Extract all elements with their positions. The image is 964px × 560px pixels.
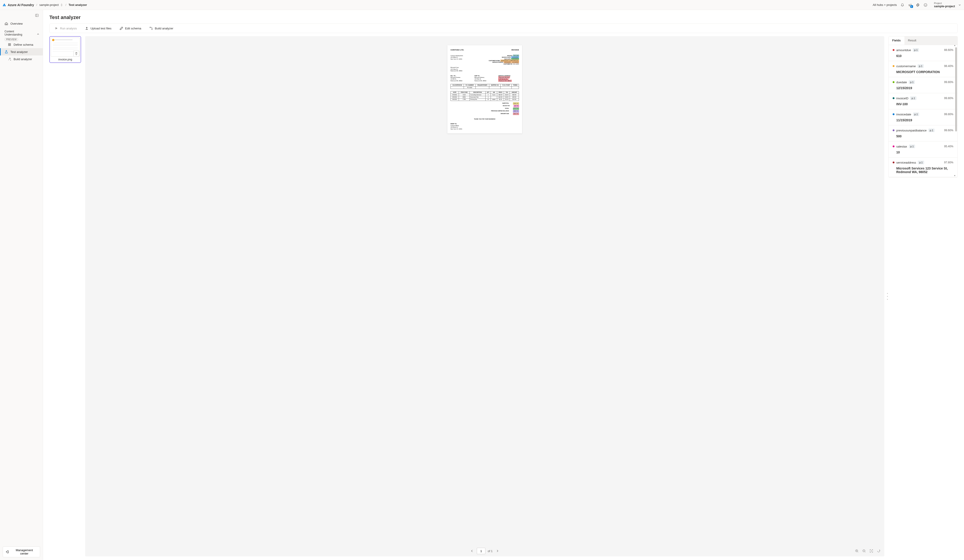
sidebar-item-build-analyzer[interactable]: Build analyzer [0,55,43,63]
zoom-in-button[interactable] [854,549,859,554]
field-confidence: 95.40% [944,145,953,148]
field-item[interactable]: invoicedate p.1 99.80% 11/15/2019 [889,109,957,125]
section-title: Content [0,27,26,33]
field-name: invoiceID [896,97,908,100]
field-item[interactable]: previousunpaidbalance p.1 99.60% 500 [889,125,957,141]
fit-button[interactable] [869,549,874,554]
field-color-dot [892,49,894,51]
sidebar-item-define-schema[interactable]: Define schema [0,41,43,48]
field-confidence: 99.80% [944,97,953,100]
scroll-down-arrow[interactable]: ▾ [954,174,956,177]
chevron-right-icon [496,549,499,552]
brand[interactable]: Azure AI Foundry [3,3,34,7]
beaker-icon [5,50,8,54]
rotate-icon [877,549,881,553]
field-confidence: 99.80% [944,81,953,84]
announcements-button[interactable]: 1 [908,3,912,7]
thumbnail-item[interactable]: invoice.png [49,36,81,63]
field-item[interactable]: serviceaddress p.1 97.80% Microsoft Serv… [889,157,957,177]
thumbnail-status-dot [52,39,54,41]
breadcrumb-project[interactable]: sample-project [39,3,63,6]
document-canvas[interactable]: CONTOSO LTD. INVOICE Contoso Headquarter… [85,36,884,545]
thumbnail-delete-button[interactable] [73,51,79,57]
schema-icon [8,43,11,46]
results-panel: Fields Result amountdue p.1 88.60% 610 c… [888,36,957,177]
run-analysis-button: Run analysis [53,26,78,31]
field-confidence: 98.40% [944,65,953,68]
home-icon [5,22,8,25]
field-name: serviceaddress [896,161,916,164]
field-color-dot [892,114,894,115]
notifications-button[interactable] [900,3,905,7]
collapse-sidebar-button[interactable] [35,13,39,18]
field-page-badge: p.1 [910,96,916,100]
breadcrumb-page: Test analyzer [68,3,87,6]
field-value: 10 [896,151,953,154]
field-item[interactable]: salestax p.1 95.40% 10 [889,141,957,157]
field-confidence: 99.80% [944,113,953,116]
breadcrumb-separator: / [65,3,66,6]
field-item[interactable]: invoiceID p.1 99.80% INV-100 [889,93,957,109]
all-hubs-link[interactable]: All hubs + projects [873,3,897,6]
exit-icon [6,550,9,554]
resize-handle[interactable] [887,293,888,300]
toolbar: Run analysis Upload test files Edit sche… [49,24,957,33]
field-page-badge: p.1 [909,144,915,148]
next-page-button[interactable] [495,549,500,554]
page-number-input[interactable] [477,548,485,554]
svg-point-1 [925,4,925,5]
build-analyzer-button[interactable]: Build analyzer [148,26,175,31]
section-subtitle: Understanding [0,33,26,37]
field-list[interactable]: amountdue p.1 88.60% 610 customername p.… [889,45,957,177]
upload-icon [85,26,89,30]
svg-rect-3 [36,14,39,17]
sidebar-item-label: Define schema [14,43,33,46]
chevron-up-icon [36,32,40,36]
zoom-out-button[interactable] [861,549,866,554]
sidebar-section-content-understanding[interactable]: Content Understanding PREVIEW [0,27,43,41]
sidebar-item-overview[interactable]: Overview [0,20,43,27]
rotate-button[interactable] [876,549,881,554]
invoice-document: CONTOSO LTD. INVOICE Contoso Headquarter… [447,45,522,133]
field-name: invoicedate [896,113,911,116]
field-confidence: 99.60% [944,129,953,132]
svg-point-4 [150,27,151,28]
main-content: Test analyzer Run analysis Upload test f… [43,10,964,560]
field-value: 12/15/2019 [896,86,953,90]
tab-fields[interactable]: Fields [889,36,904,45]
sidebar-item-test-analyzer[interactable]: Test analyzer [0,48,43,55]
announcements-badge: 1 [910,5,913,8]
field-page-badge: p.1 [928,128,935,132]
edit-schema-button[interactable]: Edit schema [118,26,143,31]
field-value: 500 [896,135,953,138]
sidebar-item-label: Build analyzer [14,57,32,61]
field-color-dot [892,97,894,99]
build-icon [8,57,11,61]
project-switcher[interactable]: Project sample-project [931,2,961,8]
top-bar: Azure AI Foundry / sample-project / Test… [0,0,964,10]
feedback-button[interactable] [923,3,928,7]
scrollbar-track[interactable]: ▴ ▾ [955,45,957,176]
build-analyzer-label: Build analyzer [155,27,173,30]
field-item[interactable]: amountdue p.1 88.60% 610 [889,45,957,61]
field-color-dot [892,65,894,67]
field-value: INV-100 [896,102,953,106]
management-center-button[interactable]: Management center [3,546,40,557]
field-name: customername [896,65,916,68]
svg-point-0 [924,3,927,6]
field-item[interactable]: duedate p.1 99.80% 12/15/2019 [889,77,957,93]
prev-page-button[interactable] [469,549,474,554]
settings-button[interactable] [915,3,920,7]
bell-icon [900,3,904,7]
field-value: MICROSOFT CORPORATION [896,70,953,74]
scrollbar-thumb[interactable] [955,47,957,131]
chevron-updown-icon [60,3,63,6]
field-page-badge: p.1 [909,80,915,84]
upload-test-files-button[interactable]: Upload test files [83,26,113,31]
tab-result[interactable]: Result [904,36,920,45]
field-item[interactable]: customername p.1 98.40% MICROSOFT CORPOR… [889,61,957,77]
page-total-label: of 1 [488,549,493,553]
scroll-up-arrow[interactable]: ▴ [954,44,956,46]
run-analysis-label: Run analysis [60,27,77,30]
edit-schema-label: Edit schema [125,27,141,30]
